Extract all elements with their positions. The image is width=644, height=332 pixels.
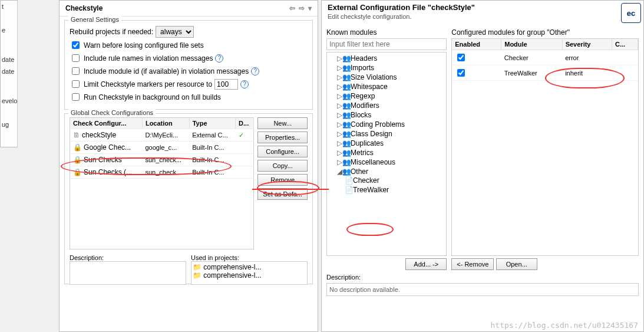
expand-icon[interactable]: ▷ bbox=[336, 149, 342, 157]
table-row[interactable]: 🗎 checkStyleD:\MyEcli...External C...✓ bbox=[70, 129, 254, 142]
tree-frag-item[interactable]: t bbox=[1, 1, 17, 12]
col-name[interactable]: Check Configur... bbox=[70, 118, 143, 129]
expand-icon[interactable]: ▷ bbox=[336, 139, 342, 147]
warn-label: Warn before losing configured file sets bbox=[84, 41, 204, 50]
expand-icon[interactable]: ▷ bbox=[336, 158, 342, 166]
add-button[interactable]: Add... -> bbox=[405, 258, 447, 270]
description-label: Description: bbox=[326, 274, 639, 281]
col-type[interactable]: Type bbox=[189, 118, 235, 129]
expand-icon[interactable]: ▷ bbox=[336, 92, 342, 100]
tree-frag-item[interactable]: ug bbox=[1, 119, 17, 130]
global-configs-group: Global Check Configurations Check Config… bbox=[64, 113, 313, 284]
tree-item[interactable]: ▷👥Metrics bbox=[336, 148, 445, 157]
expand-icon[interactable]: ▷ bbox=[336, 73, 342, 81]
enabled-checkbox[interactable] bbox=[457, 54, 465, 61]
tree-item[interactable]: ▷👥Blocks bbox=[336, 110, 445, 120]
dialog-subtitle: Edit checkstyle configuration. bbox=[322, 12, 643, 25]
runbg-label: Run Checkstyle in background on full bui… bbox=[84, 93, 221, 101]
general-settings-group: General Settings Rebuild projects if nee… bbox=[64, 20, 313, 110]
description-label: Description: bbox=[70, 254, 186, 261]
help-icon[interactable]: ? bbox=[215, 54, 223, 63]
description-text: No description available. bbox=[326, 283, 639, 296]
configured-modules-label: Configured modules for group "Other" bbox=[451, 28, 639, 37]
expand-icon[interactable]: ▷ bbox=[336, 130, 342, 138]
tree-item[interactable]: ▷👥Regexp bbox=[336, 91, 445, 101]
watermark: https://blog.csdn.net/u012435167 bbox=[491, 321, 638, 330]
tree-item[interactable]: ▷👥Class Design bbox=[336, 129, 445, 139]
expand-icon[interactable]: ▷ bbox=[336, 83, 342, 91]
lock-icon: 🔒 bbox=[73, 143, 82, 152]
tree-item[interactable]: ▷👥Headers bbox=[336, 54, 445, 63]
tree-item[interactable]: ▷👥Coding Problems bbox=[336, 120, 445, 129]
remove-module-button[interactable]: <- Remove bbox=[451, 258, 494, 270]
tree-item[interactable]: 📄Checker bbox=[345, 176, 445, 185]
tree-frag-item[interactable]: date bbox=[1, 54, 17, 65]
expand-icon[interactable]: ▷ bbox=[336, 64, 342, 72]
menu-icon[interactable]: ▾ bbox=[308, 4, 312, 12]
open-button[interactable]: Open... bbox=[496, 258, 537, 270]
expand-icon[interactable]: ▷ bbox=[336, 101, 342, 110]
col-module[interactable]: Module bbox=[501, 39, 562, 50]
table-row[interactable]: 🔒 Google Chec...google_c...Built-In C... bbox=[70, 142, 254, 154]
help-icon[interactable]: ? bbox=[251, 67, 259, 75]
table-row[interactable]: 🔒 Sun Checks (...sun_check...Built-In C.… bbox=[70, 166, 254, 179]
table-row[interactable]: TreeWalkerinherit bbox=[452, 65, 638, 81]
prefs-tree-fragment: t e date date evelopment ug bbox=[0, 0, 18, 147]
list-item[interactable]: 📁 comprehensive-l... bbox=[193, 263, 306, 271]
remove-button[interactable]: Remove bbox=[257, 174, 308, 186]
col-loc[interactable]: Location bbox=[142, 118, 189, 129]
back-icon[interactable]: ⇦ bbox=[289, 4, 295, 12]
known-modules-label: Known modules bbox=[326, 28, 447, 37]
tree-frag-item[interactable]: date bbox=[1, 65, 17, 77]
tree-item[interactable]: ▷👥Size Violations bbox=[336, 73, 445, 82]
enabled-checkbox[interactable] bbox=[457, 69, 465, 77]
col-c[interactable]: C... bbox=[612, 39, 638, 50]
moduleid-label: Include module id (if available) in viol… bbox=[84, 67, 249, 75]
fwd-icon[interactable]: ⇨ bbox=[299, 4, 305, 12]
col-enabled[interactable]: Enabled bbox=[452, 39, 501, 50]
collapse-icon[interactable]: ◢ bbox=[336, 167, 342, 176]
rulenames-checkbox[interactable] bbox=[72, 54, 80, 62]
copy-button[interactable]: Copy... bbox=[257, 160, 308, 172]
help-icon[interactable]: ? bbox=[240, 80, 249, 88]
warn-checkbox[interactable] bbox=[72, 41, 80, 49]
col-severity[interactable]: Severity bbox=[562, 39, 612, 50]
limit-input[interactable] bbox=[214, 79, 238, 90]
description-box bbox=[70, 261, 186, 285]
new-button[interactable]: New... bbox=[257, 117, 308, 129]
expand-icon[interactable]: ▷ bbox=[336, 120, 342, 129]
expand-icon[interactable]: ▷ bbox=[336, 111, 342, 119]
modules-tree[interactable]: ▷👥Headers ▷👥Imports ▷👥Size Violations ▷👥… bbox=[326, 52, 447, 256]
tree-item[interactable]: ▷👥Whitespace bbox=[336, 82, 445, 91]
tree-item-other[interactable]: ◢👥Other 📄Checker 📄TreeWalker bbox=[336, 167, 445, 195]
set-default-button[interactable]: Set as Defa... bbox=[257, 188, 308, 200]
table-row[interactable]: Checkererror bbox=[452, 50, 638, 65]
expand-icon[interactable]: ▷ bbox=[336, 54, 342, 63]
tree-frag-item[interactable]: evelopment bbox=[1, 95, 17, 107]
properties-button[interactable]: Properties... bbox=[257, 132, 308, 143]
list-item[interactable]: 📁 comprehensive-l... bbox=[193, 271, 306, 280]
runbg-checkbox[interactable] bbox=[72, 93, 80, 101]
moduleid-checkbox[interactable] bbox=[72, 67, 80, 75]
tree-item[interactable]: ▷👥Miscellaneous bbox=[336, 157, 445, 167]
group-label: Global Check Configurations bbox=[68, 109, 156, 116]
tree-frag-item[interactable]: e bbox=[1, 24, 17, 36]
checkstyle-config-dialog: ec External Configuration File "checkSty… bbox=[321, 0, 644, 332]
dialog-heading: External Configuration File "checkStyle" bbox=[328, 3, 475, 12]
table-row[interactable]: 🔒 Sun Checkssun_check...Built-In C... bbox=[70, 154, 254, 166]
configured-modules-table: Enabled Module Severity C... Checkererro… bbox=[451, 38, 639, 256]
col-def[interactable]: D... bbox=[236, 118, 254, 129]
configure-button[interactable]: Configure... bbox=[257, 146, 308, 157]
tree-item[interactable]: ▷👥Imports bbox=[336, 63, 445, 73]
tree-item[interactable]: 📄TreeWalker bbox=[345, 185, 445, 195]
rebuild-select[interactable]: always bbox=[156, 26, 194, 38]
prefs-page: Checkstyle ⇦ ⇨ ▾ General Settings Rebuil… bbox=[59, 0, 318, 332]
limit-checkbox[interactable] bbox=[72, 80, 80, 88]
tree-item[interactable]: ▷👥Modifiers bbox=[336, 101, 445, 110]
group-label: General Settings bbox=[68, 16, 121, 23]
tree-item[interactable]: ▷👥Duplicates bbox=[336, 139, 445, 148]
filter-input[interactable] bbox=[326, 38, 447, 50]
rebuild-label: Rebuild projects if needed: bbox=[70, 28, 153, 36]
used-in-projects-label: Used in projects: bbox=[191, 254, 308, 261]
lock-icon: 🔒 bbox=[73, 168, 82, 176]
